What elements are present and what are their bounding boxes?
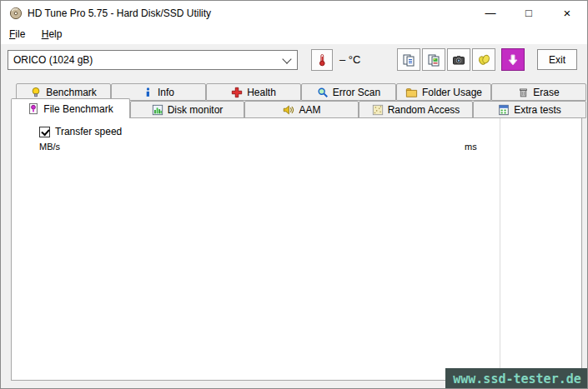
trash-icon: [518, 87, 529, 98]
temperature-button[interactable]: [311, 49, 333, 71]
tab-random-access[interactable]: Random Access: [359, 101, 473, 118]
maximize-icon: □: [525, 7, 532, 19]
app-icon disk-icon: [9, 7, 23, 20]
grid-calc-icon: [498, 104, 510, 116]
app-window: HD Tune Pro 5.75 - Hard Disk/SSD Utility…: [0, 0, 588, 389]
dots-square-icon: [372, 104, 384, 116]
file-benchmark-icon: [28, 102, 39, 115]
file-benchmark-panel: [11, 117, 582, 381]
speaker-icon: [282, 104, 294, 116]
menu-file[interactable]: File: [3, 26, 32, 42]
y-left-axis-unit: MB/s: [39, 142, 60, 152]
download-arrow-icon: [506, 53, 520, 67]
toolbar: ORICO (1024 gB) – °C Exit: [1, 44, 587, 82]
bar-chart-icon: [152, 104, 163, 116]
tab-disk-monitor[interactable]: Disk monitor: [130, 101, 244, 118]
exit-button[interactable]: Exit: [537, 49, 577, 70]
transfer-speed-checkbox[interactable]: [39, 127, 50, 137]
title-bar: HD Tune Pro 5.75 - Hard Disk/SSD Utility…: [1, 1, 587, 26]
download-button[interactable]: [501, 48, 525, 71]
tab-extra-tests[interactable]: Extra tests: [473, 101, 586, 118]
checkmark-icon: [41, 127, 49, 137]
maximize-button[interactable]: □: [510, 1, 548, 26]
window-title: HD Tune Pro 5.75 - Hard Disk/SSD Utility: [28, 7, 211, 19]
transfer-speed-label: Transfer speed: [55, 126, 122, 137]
chevron-down-icon: [282, 54, 291, 63]
camera-icon: [452, 53, 465, 67]
donate-button[interactable]: [472, 48, 495, 71]
tab-folder-usage[interactable]: Folder Usage: [396, 83, 491, 101]
folder-icon: [405, 87, 418, 98]
watermark: www.ssd-tester.de: [445, 368, 588, 389]
magnifier-icon: [317, 87, 329, 98]
close-button[interactable]: ×: [548, 1, 586, 26]
thermometer-icon: [315, 53, 329, 67]
panel-divider: [500, 118, 500, 380]
copy-image-icon: [427, 53, 440, 67]
info-icon: [143, 87, 153, 98]
temperature-unit: °C: [349, 53, 361, 66]
tab-health[interactable]: Health: [206, 83, 301, 101]
tab-error-scan[interactable]: Error Scan: [301, 83, 396, 101]
drive-selector-value: ORICO (1024 gB): [13, 54, 280, 66]
menu-bar: File Help: [1, 26, 587, 44]
tab-aam[interactable]: AAM: [244, 101, 359, 118]
minimize-button[interactable]: —: [471, 1, 510, 26]
drive-selector[interactable]: ORICO (1024 gB): [8, 50, 298, 70]
minimize-icon: —: [485, 7, 496, 19]
tab-erase[interactable]: Erase: [491, 83, 586, 101]
tab-file-benchmark[interactable]: File Benchmark: [11, 98, 130, 118]
temperature-value: –: [339, 53, 345, 66]
temperature-display: – °C: [339, 49, 360, 71]
hands-icon: [477, 52, 491, 67]
close-icon: ×: [564, 6, 571, 20]
menu-help[interactable]: Help: [35, 26, 69, 42]
copy-image-button[interactable]: [422, 48, 445, 71]
screenshot-button[interactable]: [447, 48, 470, 71]
y-right-axis-unit: ms: [465, 142, 477, 152]
copy-text-button[interactable]: [397, 48, 420, 71]
copy-text-icon: [402, 53, 415, 67]
bulb-icon: [30, 87, 42, 98]
health-cross-icon: [231, 87, 243, 98]
